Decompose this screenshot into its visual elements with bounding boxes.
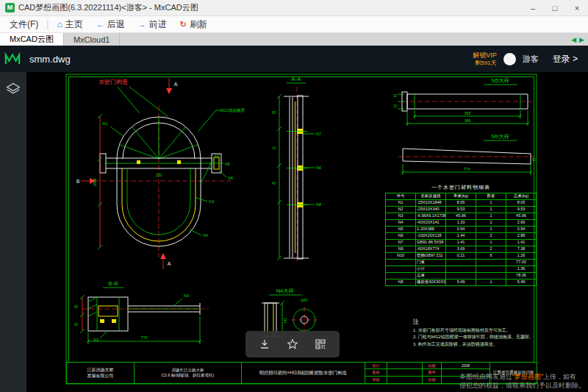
app-header: smm.dwg 解锁VIP 剩591天 游客 登录 > <box>0 46 588 72</box>
drawing-label: 65 <box>74 305 79 309</box>
table-cell: 7.38 <box>506 246 537 253</box>
notes-heading: 注 <box>413 318 539 326</box>
table-row: N4-60X20X1411.3322.66 <box>386 220 537 227</box>
drawing-label: 15 <box>393 104 398 108</box>
home-icon: ⌂ <box>57 20 62 29</box>
tab-mxcloud1[interactable]: MxCloud1 <box>64 33 121 46</box>
download-button[interactable] <box>256 335 273 353</box>
project-line2: C2.6 标(锚碇段、斜拉索塔柱) <box>162 373 215 378</box>
vip-days: 剩591天 <box>473 60 497 66</box>
drawing-label: N9 <box>184 293 189 298</box>
project-line1: 润扬长江公路大桥 <box>172 368 204 373</box>
table-cell: 45.96 <box>446 213 476 220</box>
table-cell: 9.53 <box>506 207 537 213</box>
menu-file-label: 文件(F) <box>10 18 38 31</box>
table-cell <box>476 273 506 279</box>
menu-back-label: 后退 <box>107 18 125 31</box>
vip-promo[interactable]: 解锁VIP 剩591天 <box>473 51 497 66</box>
watermark-highlight: “梦想画图” <box>512 373 543 380</box>
qrcode-button[interactable] <box>312 335 329 353</box>
table-cell: GB91-86 5X58 <box>416 240 446 246</box>
close-button[interactable]: × <box>566 0 588 15</box>
titleblock-field-label: 比例 <box>423 377 442 383</box>
titleblock-field-value: 2008 <box>442 363 490 369</box>
file-name: smm.dwg <box>29 54 71 65</box>
table-cell: 1 <box>476 213 506 220</box>
table-cell: 3.69 <box>446 246 476 253</box>
tab-scroll-left-icon[interactable]: ◀ <box>571 36 576 43</box>
drawing-label: N5大样 <box>492 77 510 84</box>
titlebar: M CAD梦想画图(6.3.20221114)<游客> - MxCAD云图 – … <box>0 0 588 16</box>
avatar[interactable] <box>503 53 516 65</box>
table-cell: 2 <box>476 233 506 240</box>
table-header-row: 件号名称及规格单重(kg)数量总重(kg) <box>386 193 537 200</box>
table-header-cell: 单重(kg) <box>446 193 476 200</box>
drawing-label: N3 <box>209 199 214 204</box>
table-row: N7GB91-86 5X581.4111.41 <box>386 240 537 246</box>
star-icon <box>287 338 298 350</box>
titleblock-project: 润扬长江公路大桥 C2.6 标(锚碇段、斜拉索塔柱) <box>135 363 242 383</box>
menu-home[interactable]: ⌂主页 <box>50 17 89 32</box>
drawing-label: 774 <box>463 167 470 171</box>
table-cell: 45.96 <box>506 213 537 220</box>
table-row: N6-100X20X1281.4422.88 <box>386 233 537 240</box>
table-row: N1-25X10X18488.0518.05 <box>386 200 537 207</box>
qrcode-icon <box>315 338 326 350</box>
watermark-text: 本图纸由网友通过 <box>459 373 512 380</box>
drawing-label: 141 <box>284 318 287 324</box>
menu-separator: | <box>45 19 50 29</box>
drawing-label: B-B <box>108 280 118 287</box>
table-cell: -25X10X1848 <box>416 200 446 207</box>
drawing-canvas[interactable]: 水密门构造AABMG2锚固横梁N1N2N5N6N3N41848320A-A651… <box>26 72 588 392</box>
mxcad-logo-icon[interactable] <box>0 46 25 72</box>
download-icon <box>259 338 270 350</box>
table-cell: N9 <box>386 246 416 253</box>
menu-file[interactable]: 文件(F) <box>3 17 45 32</box>
table-cell: 78.36 <box>506 273 537 279</box>
table-cell <box>386 273 416 279</box>
table-header-cell: 数量 <box>476 193 506 200</box>
table-cell: 1.44 <box>446 233 476 240</box>
table-cell: 1.26 <box>506 253 537 260</box>
tab-label: MxCAD云图 <box>10 34 54 45</box>
table-cell: N3 <box>386 213 416 220</box>
watermark: 本图纸由网友通过“梦想画图”上传，如有 侵犯您的权益，请联系我们予以及时删除。 <box>459 372 585 390</box>
login-button[interactable]: 登录 > <box>553 53 578 65</box>
watermark-line2: 侵犯您的权益，请联系我们予以及时删除。 <box>459 381 585 390</box>
drawing-label: 774 <box>140 335 147 340</box>
table-header-cell: 件号 <box>386 193 416 200</box>
table-cell <box>476 260 506 266</box>
table-cell: N5 <box>386 227 416 233</box>
table-row: N8橡胶条60X30X32545.4915.49 <box>386 279 537 286</box>
menu-forward-label: 前进 <box>149 18 167 31</box>
maximize-button[interactable]: □ <box>544 0 566 15</box>
tab-scroll-right-icon[interactable]: ▶ <box>579 36 584 43</box>
menu-refresh[interactable]: ↻刷新 <box>173 17 214 32</box>
floating-toolbar <box>245 331 340 357</box>
drawing-label: 320 <box>156 173 162 177</box>
tab-mxcad-cloud[interactable]: MxCAD云图 <box>0 33 64 46</box>
table-cell: 小计 <box>416 266 446 273</box>
table-cell: -100X20X128 <box>416 233 446 240</box>
table-row: N10垫圈GB97 Z110.2161.26 <box>386 253 537 260</box>
titleblock-field-value <box>387 363 422 369</box>
drawing-label: φ60 <box>301 298 308 302</box>
table-cell: 6 <box>476 253 506 260</box>
forward-arrow-icon: → <box>138 21 146 29</box>
minimize-button[interactable]: – <box>522 0 544 15</box>
table-cell: 1 <box>476 207 506 213</box>
favorite-button[interactable] <box>284 335 301 353</box>
titleblock-field-label: 审核 <box>365 377 387 383</box>
titleblock-field-label: 日期 <box>423 363 442 369</box>
material-table-title: 一个水密门材料明细表 <box>385 184 537 191</box>
table-cell <box>446 273 476 279</box>
table-cell: 1-20X388 <box>416 227 446 233</box>
material-table: 一个水密门材料明细表 件号名称及规格单重(kg)数量总重(kg) N1-25X1… <box>385 184 537 286</box>
titleblock-sign-grid: 设计复核审核 <box>365 363 423 383</box>
layers-button[interactable] <box>4 79 23 99</box>
menu-forward[interactable]: →前进 <box>132 17 173 32</box>
table-cell: 2 <box>476 246 506 253</box>
menu-back[interactable]: ←后退 <box>90 17 132 32</box>
table-cell: 1 <box>476 240 506 246</box>
table-cell <box>386 260 416 266</box>
